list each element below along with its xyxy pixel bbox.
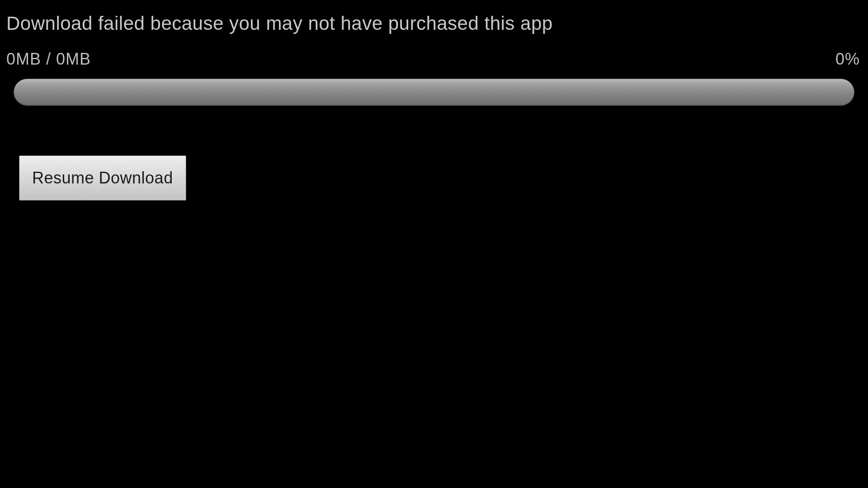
download-size-label: 0MB / 0MB: [6, 50, 91, 69]
resume-download-button[interactable]: Resume Download: [19, 155, 186, 201]
download-progress-bar: [14, 79, 854, 106]
download-percent-label: 0%: [835, 50, 860, 69]
download-error-message: Download failed because you may not have…: [6, 13, 862, 34]
